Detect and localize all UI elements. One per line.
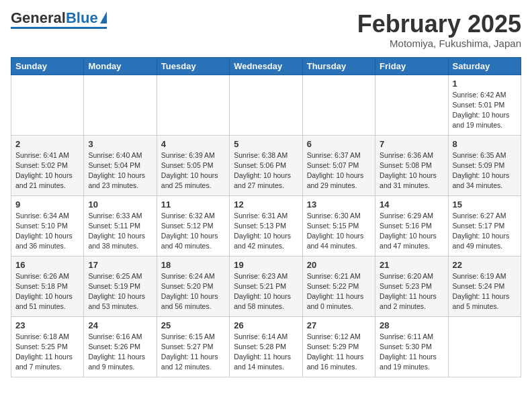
day-number: 12 — [234, 199, 298, 210]
logo: General Blue — [11, 11, 107, 29]
day-info: Sunrise: 6:38 AM Sunset: 5:06 PM Dayligh… — [234, 150, 298, 191]
calendar-cell: 21Sunrise: 6:20 AM Sunset: 5:23 PM Dayli… — [375, 256, 448, 316]
day-info: Sunrise: 6:30 AM Sunset: 5:15 PM Dayligh… — [307, 211, 371, 252]
day-info: Sunrise: 6:39 AM Sunset: 5:05 PM Dayligh… — [161, 150, 225, 191]
day-number: 4 — [161, 139, 225, 149]
day-info: Sunrise: 6:35 AM Sunset: 5:09 PM Dayligh… — [453, 150, 517, 191]
day-number: 25 — [161, 320, 225, 330]
day-info: Sunrise: 6:42 AM Sunset: 5:01 PM Dayligh… — [453, 90, 517, 131]
logo-general-text: General — [11, 11, 66, 26]
weekday-header-saturday: Saturday — [448, 57, 521, 75]
day-number: 28 — [380, 320, 443, 330]
day-number: 24 — [88, 320, 152, 330]
day-number: 9 — [15, 199, 79, 210]
calendar-cell: 25Sunrise: 6:15 AM Sunset: 5:27 PM Dayli… — [157, 316, 229, 377]
logo-blue-text: Blue — [66, 11, 98, 26]
weekday-header-row: SundayMondayTuesdayWednesdayThursdayFrid… — [11, 57, 521, 75]
calendar-table: SundayMondayTuesdayWednesdayThursdayFrid… — [11, 57, 521, 377]
weekday-header-tuesday: Tuesday — [157, 57, 229, 75]
day-number: 1 — [453, 79, 517, 89]
weekday-header-sunday: Sunday — [11, 57, 84, 75]
day-info: Sunrise: 6:25 AM Sunset: 5:19 PM Dayligh… — [88, 271, 152, 312]
calendar-cell: 23Sunrise: 6:18 AM Sunset: 5:25 PM Dayli… — [11, 316, 84, 377]
day-number: 11 — [161, 199, 225, 210]
calendar-cell: 9Sunrise: 6:34 AM Sunset: 5:10 PM Daylig… — [11, 195, 84, 256]
calendar-cell — [375, 75, 448, 135]
day-info: Sunrise: 6:29 AM Sunset: 5:16 PM Dayligh… — [380, 211, 443, 252]
day-info: Sunrise: 6:41 AM Sunset: 5:02 PM Dayligh… — [15, 150, 79, 191]
calendar-cell: 27Sunrise: 6:12 AM Sunset: 5:29 PM Dayli… — [302, 316, 375, 377]
weekday-header-wednesday: Wednesday — [230, 57, 302, 75]
day-number: 23 — [15, 320, 79, 330]
calendar-week-4: 23Sunrise: 6:18 AM Sunset: 5:25 PM Dayli… — [11, 316, 521, 377]
day-info: Sunrise: 6:15 AM Sunset: 5:27 PM Dayligh… — [161, 332, 225, 373]
day-info: Sunrise: 6:18 AM Sunset: 5:25 PM Dayligh… — [15, 332, 79, 373]
day-info: Sunrise: 6:23 AM Sunset: 5:21 PM Dayligh… — [234, 271, 298, 312]
day-number: 18 — [161, 260, 225, 270]
calendar-cell: 22Sunrise: 6:19 AM Sunset: 5:24 PM Dayli… — [448, 256, 521, 316]
day-number: 13 — [307, 199, 371, 210]
day-info: Sunrise: 6:20 AM Sunset: 5:23 PM Dayligh… — [380, 271, 443, 312]
day-info: Sunrise: 6:26 AM Sunset: 5:18 PM Dayligh… — [15, 271, 79, 312]
day-number: 27 — [307, 320, 371, 330]
calendar-cell — [84, 75, 157, 135]
day-info: Sunrise: 6:33 AM Sunset: 5:11 PM Dayligh… — [88, 211, 152, 252]
calendar-cell: 7Sunrise: 6:36 AM Sunset: 5:08 PM Daylig… — [375, 135, 448, 195]
calendar-cell: 4Sunrise: 6:39 AM Sunset: 5:05 PM Daylig… — [157, 135, 229, 195]
calendar-cell — [448, 316, 521, 377]
day-info: Sunrise: 6:37 AM Sunset: 5:07 PM Dayligh… — [307, 150, 371, 191]
day-number: 19 — [234, 260, 298, 270]
day-info: Sunrise: 6:31 AM Sunset: 5:13 PM Dayligh… — [234, 211, 298, 252]
day-info: Sunrise: 6:11 AM Sunset: 5:30 PM Dayligh… — [380, 332, 443, 373]
day-number: 8 — [453, 139, 517, 149]
day-number: 5 — [234, 139, 298, 149]
day-number: 3 — [88, 139, 152, 149]
calendar-week-0: 1Sunrise: 6:42 AM Sunset: 5:01 PM Daylig… — [11, 75, 521, 135]
day-info: Sunrise: 6:21 AM Sunset: 5:22 PM Dayligh… — [307, 271, 371, 312]
logo-underline — [11, 27, 107, 29]
day-info: Sunrise: 6:24 AM Sunset: 5:20 PM Dayligh… — [161, 271, 225, 312]
calendar-week-1: 2Sunrise: 6:41 AM Sunset: 5:02 PM Daylig… — [11, 135, 521, 195]
calendar-cell: 14Sunrise: 6:29 AM Sunset: 5:16 PM Dayli… — [375, 195, 448, 256]
day-number: 20 — [307, 260, 371, 270]
calendar-cell: 8Sunrise: 6:35 AM Sunset: 5:09 PM Daylig… — [448, 135, 521, 195]
calendar-cell: 1Sunrise: 6:42 AM Sunset: 5:01 PM Daylig… — [448, 75, 521, 135]
day-info: Sunrise: 6:19 AM Sunset: 5:24 PM Dayligh… — [453, 271, 517, 312]
weekday-header-thursday: Thursday — [302, 57, 375, 75]
calendar-cell: 16Sunrise: 6:26 AM Sunset: 5:18 PM Dayli… — [11, 256, 84, 316]
day-info: Sunrise: 6:14 AM Sunset: 5:28 PM Dayligh… — [234, 332, 298, 373]
calendar-cell: 2Sunrise: 6:41 AM Sunset: 5:02 PM Daylig… — [11, 135, 84, 195]
location-title: Motomiya, Fukushima, Japan — [357, 38, 521, 49]
day-number: 17 — [88, 260, 152, 270]
calendar-week-3: 16Sunrise: 6:26 AM Sunset: 5:18 PM Dayli… — [11, 256, 521, 316]
day-number: 21 — [380, 260, 443, 270]
day-info: Sunrise: 6:36 AM Sunset: 5:08 PM Dayligh… — [380, 150, 443, 191]
day-number: 7 — [380, 139, 443, 149]
day-number: 26 — [234, 320, 298, 330]
calendar-cell: 17Sunrise: 6:25 AM Sunset: 5:19 PM Dayli… — [84, 256, 157, 316]
day-number: 2 — [15, 139, 79, 149]
calendar-cell: 3Sunrise: 6:40 AM Sunset: 5:04 PM Daylig… — [84, 135, 157, 195]
day-info: Sunrise: 6:27 AM Sunset: 5:17 PM Dayligh… — [453, 211, 517, 252]
calendar-cell: 13Sunrise: 6:30 AM Sunset: 5:15 PM Dayli… — [302, 195, 375, 256]
calendar-cell: 10Sunrise: 6:33 AM Sunset: 5:11 PM Dayli… — [84, 195, 157, 256]
day-info: Sunrise: 6:12 AM Sunset: 5:29 PM Dayligh… — [307, 332, 371, 373]
calendar-cell — [157, 75, 229, 135]
calendar-cell: 15Sunrise: 6:27 AM Sunset: 5:17 PM Dayli… — [448, 195, 521, 256]
title-block: February 2025 Motomiya, Fukushima, Japan — [357, 11, 521, 49]
calendar-cell: 18Sunrise: 6:24 AM Sunset: 5:20 PM Dayli… — [157, 256, 229, 316]
calendar-week-2: 9Sunrise: 6:34 AM Sunset: 5:10 PM Daylig… — [11, 195, 521, 256]
day-info: Sunrise: 6:34 AM Sunset: 5:10 PM Dayligh… — [15, 211, 79, 252]
day-number: 16 — [15, 260, 79, 270]
calendar-cell: 12Sunrise: 6:31 AM Sunset: 5:13 PM Dayli… — [230, 195, 302, 256]
calendar-cell: 11Sunrise: 6:32 AM Sunset: 5:12 PM Dayli… — [157, 195, 229, 256]
page-header: General Blue February 2025 Motomiya, Fuk… — [11, 11, 521, 49]
calendar-cell — [230, 75, 302, 135]
calendar-cell — [302, 75, 375, 135]
day-info: Sunrise: 6:40 AM Sunset: 5:04 PM Dayligh… — [88, 150, 152, 191]
day-number: 15 — [453, 199, 517, 210]
day-number: 14 — [380, 199, 443, 210]
weekday-header-monday: Monday — [84, 57, 157, 75]
day-info: Sunrise: 6:32 AM Sunset: 5:12 PM Dayligh… — [161, 211, 225, 252]
calendar-cell — [11, 75, 84, 135]
